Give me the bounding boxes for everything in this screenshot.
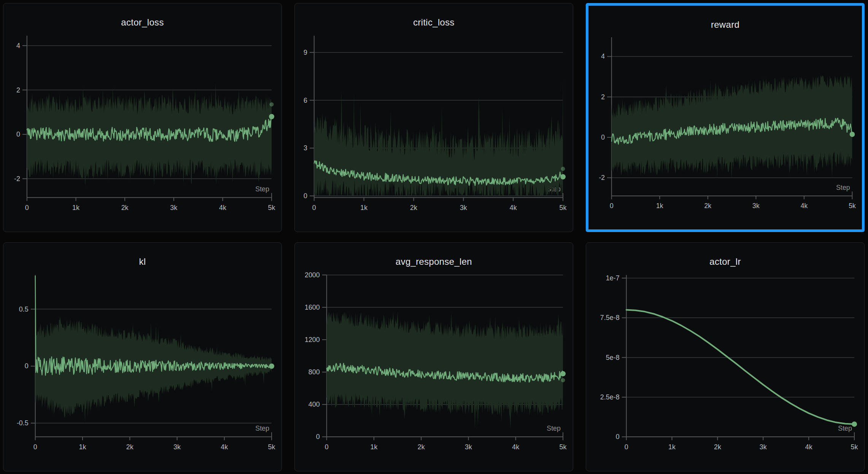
panel-actor-loss[interactable]: actor_loss -202401k2k3k4k5kStep [3, 3, 282, 232]
x-ticks: 01k2k3k4k5k [25, 197, 275, 212]
svg-text:3k: 3k [170, 204, 177, 212]
svg-text:4k: 4k [219, 204, 226, 212]
svg-text:2k: 2k [410, 204, 417, 212]
svg-text:4: 4 [16, 42, 20, 49]
svg-text:9: 9 [304, 49, 307, 56]
chart-kl: -0.500.501k2k3k4k5kStep [3, 243, 281, 471]
svg-text:800: 800 [308, 368, 320, 376]
dashboard-grid: actor_loss -202401k2k3k4k5kStep critic_l… [0, 0, 868, 474]
svg-text:2k: 2k [704, 202, 712, 210]
svg-text:0.5: 0.5 [19, 305, 29, 313]
x-axis-label: Step [255, 425, 269, 432]
end-marker [850, 132, 855, 137]
x-axis-label: Step [836, 184, 850, 191]
svg-text:0: 0 [616, 433, 620, 441]
svg-text:3k: 3k [752, 202, 760, 210]
svg-text:0: 0 [25, 363, 29, 370]
svg-text:2k: 2k [126, 443, 134, 451]
svg-text:1k: 1k [668, 443, 676, 451]
svg-text:0: 0 [625, 443, 628, 451]
panel-reward[interactable]: reward -202401k2k3k4k5kStep [586, 3, 865, 232]
svg-text:-2: -2 [14, 175, 20, 183]
svg-text:0: 0 [601, 134, 605, 141]
x-ticks: 01k2k3k4k5k [610, 196, 856, 210]
end-marker-secondary [561, 167, 565, 171]
svg-text:5k: 5k [560, 443, 567, 451]
svg-text:2k: 2k [714, 443, 721, 451]
chart-avg-response-len: 040080012001600200001k2k3k4k5kStep [295, 243, 573, 471]
end-marker-secondary [561, 378, 565, 382]
svg-text:0: 0 [25, 204, 29, 212]
x-axis-label: Step [838, 425, 852, 432]
svg-text:4k: 4k [221, 443, 228, 451]
chart-actor-loss: -202401k2k3k4k5kStep [3, 3, 281, 232]
svg-text:1e-7: 1e-7 [606, 274, 620, 282]
svg-text:1k: 1k [360, 204, 367, 212]
svg-text:7.5e-8: 7.5e-8 [600, 314, 620, 321]
svg-text:5k: 5k [268, 204, 275, 212]
x-ticks: 01k2k3k4k5k [325, 437, 567, 451]
svg-text:1600: 1600 [305, 304, 320, 311]
svg-text:4k: 4k [510, 204, 517, 212]
x-ticks: 01k2k3k4k5k [625, 437, 858, 451]
x-ticks: 01k2k3k4k5k [33, 437, 275, 451]
end-marker [852, 422, 857, 427]
svg-text:2000: 2000 [305, 271, 320, 279]
svg-text:2.5e-8: 2.5e-8 [600, 393, 620, 401]
svg-text:2: 2 [601, 93, 605, 101]
x-axis-label: Step [255, 185, 269, 193]
svg-text:2k: 2k [418, 443, 425, 451]
mean-line [626, 310, 854, 424]
svg-text:1k: 1k [656, 202, 663, 210]
end-marker [269, 364, 274, 369]
svg-text:4k: 4k [512, 443, 519, 451]
svg-text:-2: -2 [599, 174, 605, 181]
svg-text:3: 3 [304, 144, 307, 152]
end-marker [560, 371, 566, 376]
svg-text:5k: 5k [268, 443, 275, 451]
svg-text:400: 400 [308, 401, 320, 408]
svg-text:5e-8: 5e-8 [606, 354, 620, 361]
x-ticks: 01k2k3k4k5k [312, 197, 567, 212]
svg-text:0: 0 [312, 204, 316, 212]
svg-text:-0.5: -0.5 [17, 419, 29, 427]
end-marker [269, 114, 274, 119]
svg-text:0: 0 [304, 192, 307, 200]
svg-text:0: 0 [325, 443, 329, 451]
end-marker [560, 174, 566, 180]
x-axis-label: Step [547, 425, 561, 432]
svg-text:5k: 5k [849, 202, 856, 210]
svg-text:2k: 2k [121, 204, 129, 212]
chart-reward: -202401k2k3k4k5kStep [588, 6, 862, 229]
svg-text:0: 0 [33, 443, 37, 451]
chart-actor-lr: 02.5e-85e-87.5e-81e-701k2k3k4k5kStep [586, 243, 864, 471]
panel-actor-lr[interactable]: actor_lr 02.5e-85e-87.5e-81e-701k2k3k4k5… [586, 242, 865, 471]
chart-critic-loss: 036901k2k3k4k5kStep [295, 3, 573, 232]
svg-text:1k: 1k [370, 443, 378, 451]
svg-text:5k: 5k [560, 204, 567, 212]
svg-text:4k: 4k [805, 443, 812, 451]
svg-text:3k: 3k [760, 443, 767, 451]
axes [626, 275, 854, 437]
end-marker-secondary [270, 102, 274, 107]
svg-text:0: 0 [316, 433, 320, 441]
svg-text:2: 2 [16, 86, 20, 94]
svg-text:4: 4 [601, 52, 605, 60]
svg-text:3k: 3k [173, 443, 181, 451]
panel-critic-loss[interactable]: critic_loss 036901k2k3k4k5kStep [294, 3, 573, 232]
panel-avg-response-len[interactable]: avg_response_len 040080012001600200001k2… [294, 242, 573, 471]
svg-text:1k: 1k [72, 204, 79, 212]
svg-text:0: 0 [16, 130, 20, 138]
svg-text:4k: 4k [801, 202, 808, 210]
svg-text:1k: 1k [79, 443, 86, 451]
svg-text:5k: 5k [851, 443, 858, 451]
svg-text:3k: 3k [465, 443, 472, 451]
svg-text:3k: 3k [460, 204, 467, 212]
svg-text:6: 6 [304, 97, 307, 104]
svg-text:0: 0 [610, 202, 614, 210]
minmax-band [327, 312, 563, 430]
panel-kl[interactable]: kl -0.500.501k2k3k4k5kStep [3, 242, 282, 471]
svg-text:1200: 1200 [305, 336, 320, 344]
